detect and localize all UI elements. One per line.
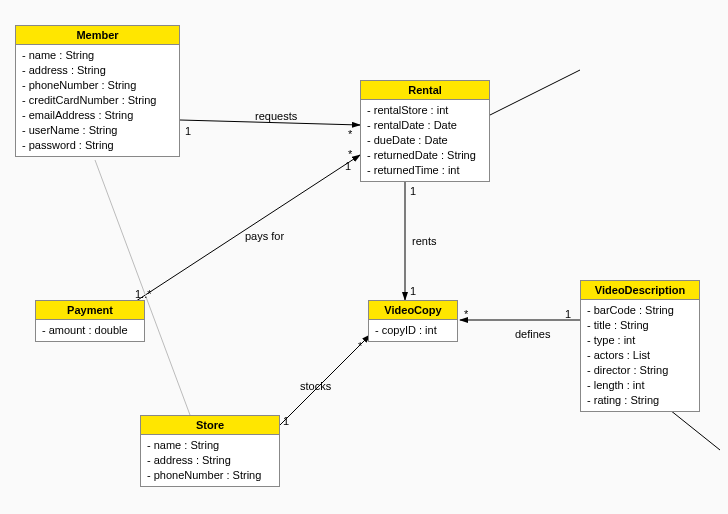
- class-store[interactable]: Store - name : String - address : String…: [140, 415, 280, 487]
- attr: - copyID : int: [375, 323, 451, 338]
- attr: - name : String: [22, 48, 173, 63]
- attr: - phoneNumber : String: [22, 78, 173, 93]
- attr: - emailAddress : String: [22, 108, 173, 123]
- attr: - returnedDate : String: [367, 148, 483, 163]
- mult: 1: [410, 185, 416, 197]
- attr: - rentalStore : int: [367, 103, 483, 118]
- attr: - type : int: [587, 333, 693, 348]
- assoc-rents: rents: [412, 235, 436, 247]
- class-videocopy[interactable]: VideoCopy - copyID : int: [368, 300, 458, 342]
- class-videodescription[interactable]: VideoDescription - barCode : String - ti…: [580, 280, 700, 412]
- class-rental-title: Rental: [361, 81, 489, 100]
- mult: 1: [345, 160, 351, 172]
- mult: *: [348, 128, 352, 140]
- svg-line-6: [490, 70, 580, 115]
- mult: 1: [410, 285, 416, 297]
- attr: - name : String: [147, 438, 273, 453]
- mult: 1: [283, 415, 289, 427]
- assoc-requests: requests: [255, 110, 297, 122]
- class-rental[interactable]: Rental - rentalStore : int - rentalDate …: [360, 80, 490, 182]
- assoc-defines: defines: [515, 328, 550, 340]
- class-payment-body: - amount : double: [36, 320, 144, 341]
- class-member[interactable]: Member - name : String - address : Strin…: [15, 25, 180, 157]
- mult: 1: [185, 125, 191, 137]
- attr: - length : int: [587, 378, 693, 393]
- attr: - address : String: [147, 453, 273, 468]
- class-store-title: Store: [141, 416, 279, 435]
- attr: - dueDate : Date: [367, 133, 483, 148]
- mult: 1..*: [135, 288, 152, 300]
- assoc-stocks: stocks: [300, 380, 331, 392]
- attr: - actors : List: [587, 348, 693, 363]
- assoc-paysfor: pays for: [245, 230, 284, 242]
- attr: - barCode : String: [587, 303, 693, 318]
- class-payment-title: Payment: [36, 301, 144, 320]
- mult: *: [348, 148, 352, 160]
- attr: - password : String: [22, 138, 173, 153]
- attr: - director : String: [587, 363, 693, 378]
- class-videodescription-body: - barCode : String - title : String - ty…: [581, 300, 699, 411]
- class-videocopy-title: VideoCopy: [369, 301, 457, 320]
- attr: - creditCardNumber : String: [22, 93, 173, 108]
- attr: - rating : String: [587, 393, 693, 408]
- class-store-body: - name : String - address : String - pho…: [141, 435, 279, 486]
- attr: - rentalDate : Date: [367, 118, 483, 133]
- attr: - userName : String: [22, 123, 173, 138]
- class-payment[interactable]: Payment - amount : double: [35, 300, 145, 342]
- class-member-title: Member: [16, 26, 179, 45]
- mult: *: [464, 308, 468, 320]
- attr: - returnedTime : int: [367, 163, 483, 178]
- mult: *: [358, 340, 362, 352]
- class-videocopy-body: - copyID : int: [369, 320, 457, 341]
- mult: 1: [565, 308, 571, 320]
- class-videodescription-title: VideoDescription: [581, 281, 699, 300]
- attr: - address : String: [22, 63, 173, 78]
- svg-line-7: [670, 410, 720, 450]
- attr: - phoneNumber : String: [147, 468, 273, 483]
- class-rental-body: - rentalStore : int - rentalDate : Date …: [361, 100, 489, 181]
- attr: - amount : double: [42, 323, 138, 338]
- class-member-body: - name : String - address : String - pho…: [16, 45, 179, 156]
- attr: - title : String: [587, 318, 693, 333]
